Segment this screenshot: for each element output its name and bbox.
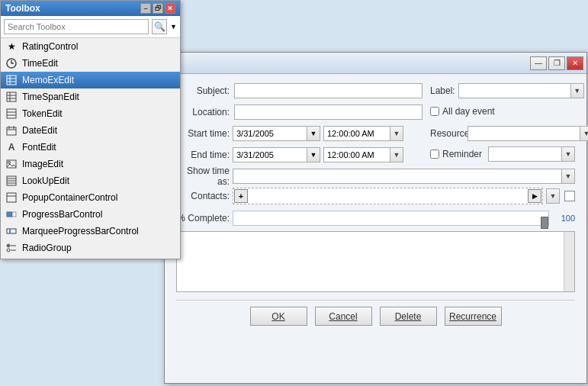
toolbox-item-marqueeprogressbarcontrol[interactable]: MarqueeProgressBarControl bbox=[1, 223, 180, 240]
pct-slider[interactable] bbox=[233, 212, 548, 224]
reminder-combo: ▼ bbox=[488, 146, 575, 162]
toolbox-item-imageedit[interactable]: ImageEdit bbox=[1, 156, 180, 172]
svg-rect-25 bbox=[7, 212, 12, 217]
memo-scrollbar[interactable] bbox=[564, 232, 574, 291]
dialog-minimize-button[interactable]: — bbox=[530, 56, 547, 70]
image-icon bbox=[5, 158, 18, 170]
ok-button[interactable]: OK bbox=[250, 307, 307, 326]
start-time-input[interactable] bbox=[323, 126, 390, 141]
cancel-button[interactable]: Cancel bbox=[315, 307, 372, 326]
toolbox-item-label: DateEdit bbox=[22, 125, 57, 136]
font-icon: A bbox=[5, 141, 18, 153]
end-time-input[interactable] bbox=[323, 147, 390, 162]
toolbox-item-progressbarcontrol[interactable]: ProgressBarControl bbox=[1, 206, 180, 223]
start-date-input[interactable] bbox=[233, 126, 307, 141]
toolbox-title: Toolbox bbox=[5, 3, 40, 14]
show-time-input[interactable] bbox=[233, 169, 561, 184]
toolbox-item-dateedit[interactable]: DateEdit bbox=[1, 122, 180, 139]
memo-textarea[interactable] bbox=[177, 232, 574, 291]
toolbox-item-radiogroup[interactable]: RadioGroup bbox=[1, 240, 180, 256]
dialog-titlebar: — ❐ ✕ bbox=[165, 53, 586, 74]
reminder-dropdown[interactable]: ▼ bbox=[561, 146, 575, 162]
svg-point-29 bbox=[8, 245, 9, 246]
contacts-dropdown[interactable]: ▼ bbox=[546, 188, 560, 204]
lookup-icon bbox=[5, 175, 18, 187]
toolbox-list: ★ RatingControl TimeEdit MemoExEdit Time… bbox=[1, 38, 180, 259]
location-label: Location: bbox=[176, 107, 230, 117]
toolbox-item-tokenedit[interactable]: TokenEdit bbox=[1, 105, 180, 122]
toolbox-pin-button[interactable]: – bbox=[140, 3, 151, 14]
main-dialog: — ❐ ✕ Subject: Location: Label: bbox=[164, 52, 587, 384]
start-time-dropdown[interactable]: ▼ bbox=[390, 126, 403, 141]
toolbox-item-memoexedit[interactable]: MemoExEdit bbox=[1, 72, 180, 88]
contacts-label: Contacts: bbox=[176, 191, 230, 201]
reminder-input[interactable] bbox=[488, 146, 561, 162]
reminder-row: Reminder ▼ bbox=[430, 146, 575, 162]
toolbox-item-label: TimeSpanEdit bbox=[22, 92, 79, 102]
contacts-add-button[interactable]: + bbox=[234, 189, 248, 203]
reminder-checkbox[interactable] bbox=[430, 150, 439, 159]
all-day-label: All day event bbox=[442, 106, 495, 117]
toolbox-restore-button[interactable]: 🗗 bbox=[153, 3, 163, 14]
contacts-end-button[interactable]: ▶ bbox=[528, 189, 541, 203]
resource-dropdown[interactable]: ▼ bbox=[580, 126, 588, 141]
resource-label: Resource: bbox=[430, 128, 464, 139]
grid-icon bbox=[5, 108, 18, 120]
form-left: Subject: Location: bbox=[176, 82, 423, 121]
svg-point-17 bbox=[8, 162, 11, 164]
end-date-input[interactable] bbox=[233, 147, 307, 162]
form-top-section: Subject: Location: Label: ▼ bbox=[176, 82, 575, 121]
search-dropdown-icon[interactable]: ▼ bbox=[170, 23, 177, 31]
toolbox-item-fontedit[interactable]: A FontEdit bbox=[1, 139, 180, 156]
dialog-restore-button[interactable]: ❐ bbox=[548, 56, 565, 70]
label-dropdown-button[interactable]: ▼ bbox=[570, 83, 584, 98]
delete-button[interactable]: Delete bbox=[380, 307, 437, 326]
end-time-dropdown[interactable]: ▼ bbox=[390, 147, 403, 162]
action-buttons: OK Cancel Delete Recurrence bbox=[176, 300, 575, 326]
toolbox-close-button[interactable]: ✕ bbox=[165, 3, 175, 14]
toolbox-item-label: ProgressBarControl bbox=[22, 209, 102, 220]
svg-rect-9 bbox=[7, 109, 16, 118]
location-input[interactable] bbox=[234, 105, 423, 120]
toolbox-item-popupcontainercontrol[interactable]: PopupContainerControl bbox=[1, 189, 180, 206]
svg-point-31 bbox=[7, 249, 10, 252]
end-date-dropdown[interactable]: ▼ bbox=[307, 147, 320, 162]
toolbox-title-buttons: – 🗗 ✕ bbox=[140, 3, 175, 14]
form-right: Label: ▼ All day event bbox=[430, 82, 575, 121]
toolbox-item-timeedit[interactable]: TimeEdit bbox=[1, 55, 180, 72]
resource-combo: ▼ bbox=[468, 126, 588, 141]
toolbox-item-label: MarqueeProgressBarControl bbox=[22, 226, 139, 236]
toolbox-item-lookupedit[interactable]: LookUpEdit bbox=[1, 172, 180, 189]
all-day-checkbox[interactable] bbox=[430, 107, 439, 116]
end-time-row: End time: ▼ ▼ bbox=[176, 146, 423, 164]
pct-label: % Complete: bbox=[176, 213, 230, 224]
toolbox-panel: Toolbox – 🗗 ✕ 🔍 ▼ ★ RatingControl TimeEd… bbox=[0, 0, 181, 259]
resource-input[interactable] bbox=[468, 126, 580, 141]
svg-rect-12 bbox=[7, 127, 16, 135]
subject-input[interactable] bbox=[234, 83, 423, 98]
start-time-row: Start time: ▼ ▼ bbox=[176, 124, 423, 143]
toolbox-item-label: LookUpEdit bbox=[22, 175, 69, 186]
dialog-close-button[interactable]: ✕ bbox=[567, 56, 583, 70]
toolbox-item-timespanedit[interactable]: TimeSpanEdit bbox=[1, 88, 180, 105]
toolbox-item-label: MemoExEdit bbox=[22, 75, 74, 85]
search-icon: 🔍 bbox=[154, 21, 165, 32]
toolbox-titlebar: Toolbox – 🗗 ✕ bbox=[1, 1, 180, 16]
show-time-dropdown[interactable]: ▼ bbox=[561, 169, 575, 184]
label-row: Label: ▼ bbox=[430, 82, 575, 100]
subject-label: Subject: bbox=[176, 85, 230, 96]
location-row: Location: bbox=[176, 103, 423, 121]
start-date-dropdown[interactable]: ▼ bbox=[307, 126, 320, 141]
label-input[interactable] bbox=[458, 83, 570, 98]
search-icon-button[interactable]: 🔍 bbox=[152, 19, 167, 34]
toolbox-search-bar: 🔍 ▼ bbox=[1, 16, 180, 38]
datetime-left: Start time: ▼ ▼ End time: ▼ bbox=[176, 124, 423, 164]
pct-row: % Complete: 100 bbox=[176, 208, 575, 228]
search-input[interactable] bbox=[4, 19, 149, 34]
toolbox-item-label: RadioGroup bbox=[22, 243, 72, 253]
popup-icon bbox=[5, 191, 18, 204]
toolbox-item-ratingcontrol[interactable]: ★ RatingControl bbox=[1, 38, 180, 55]
toolbox-item-label: TimeEdit bbox=[22, 58, 58, 69]
clock-icon bbox=[5, 57, 18, 69]
recurrence-button[interactable]: Recurrence bbox=[445, 307, 502, 326]
